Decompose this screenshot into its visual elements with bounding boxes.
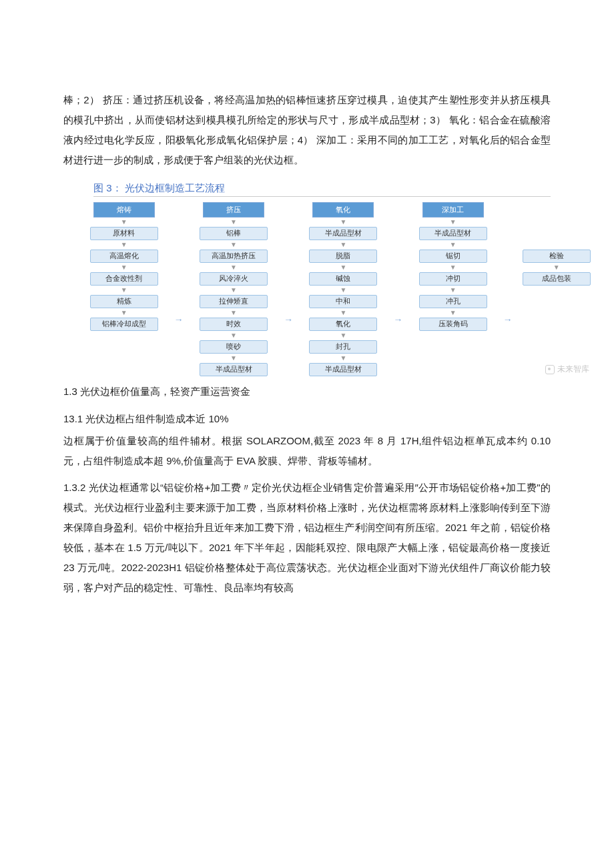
paragraph-1-3-1: 边框属于价值量较高的组件辅材。根据 SOLARZOOM,截至 2023 年 8 … xyxy=(63,431,551,471)
flow-step: 喷砂 xyxy=(200,340,268,354)
arrow-right-icon: → xyxy=(284,314,294,325)
watermark-text: 未来智库 xyxy=(557,364,589,375)
flow-step: 高温加热挤压 xyxy=(200,250,268,263)
arrow-down-icon: ▼ xyxy=(230,220,237,225)
flow-step: 半成品型材 xyxy=(200,363,268,376)
flow-step: 高温熔化 xyxy=(90,250,158,263)
flow-column: 挤压▼铝棒▼高温加热挤压▼风冷淬火▼拉伸矫直▼时效▼喷砂▼半成品型材 xyxy=(193,202,274,376)
intro-paragraph: 棒；2） 挤压：通过挤压机设备，将经高温加热的铝棒恒速挤压穿过模具，迫使其产生塑… xyxy=(63,90,551,170)
arrow-down-icon: ▼ xyxy=(230,333,237,338)
arrow-down-icon: ▼ xyxy=(553,265,560,270)
flow-step: 中和 xyxy=(309,295,377,308)
arrow-down-icon: ▼ xyxy=(230,242,237,248)
flow-step: 精炼 xyxy=(90,295,158,308)
flow-header: 挤压 xyxy=(203,202,264,218)
flow-step: 冲孔 xyxy=(419,295,487,308)
flow-column: 氧化▼半成品型材▼脱脂▼碱蚀▼中和▼氧化▼封孔▼半成品型材 xyxy=(303,202,384,376)
arrow-down-icon: ▼ xyxy=(450,242,456,248)
arrow-down-icon: ▼ xyxy=(450,220,456,225)
flow-step: 时效 xyxy=(200,318,268,331)
arrow-down-icon: ▼ xyxy=(230,288,237,293)
flow-step: 压装角码 xyxy=(419,318,487,331)
figure-caption: 图 3： 光伏边框制造工艺流程 xyxy=(93,182,551,197)
flow-step: 铝棒冷却成型 xyxy=(90,318,158,331)
arrow-right-icon: → xyxy=(503,314,513,325)
arrow-down-icon: ▼ xyxy=(121,265,127,270)
arrow-down-icon: ▼ xyxy=(340,265,346,270)
arrow-down-icon: ▼ xyxy=(121,242,127,248)
arrow-down-icon: ▼ xyxy=(230,265,237,270)
arrow-down-icon: ▼ xyxy=(230,310,237,316)
flow-step: 碱蚀 xyxy=(309,272,377,286)
flow-header: 氧化 xyxy=(312,202,374,218)
arrow-right-icon: → xyxy=(393,314,403,325)
section-1-3-1-title: 13.1 光伏边框占组件制造成本近 10% xyxy=(63,413,551,426)
paragraph-1-3-2: 1.3.2 光伏边框通常以“铝锭价格+加工费〃定价光伏边框企业销售定价普遍采用″… xyxy=(63,478,551,598)
section-1-3-title: 1.3 光伏边框价值量高，轻资产重运营资金 xyxy=(63,386,551,398)
flow-step: 铝棒 xyxy=(200,227,268,240)
flow-step: 冲切 xyxy=(419,272,487,286)
flow-column: 深加工▼半成品型材▼锯切▼冲切▼冲孔▼压装角码 xyxy=(412,202,493,331)
arrow-down-icon: ▼ xyxy=(121,310,127,316)
flowchart: 熔铸▼原材料▼高温熔化▼合金改性剂▼精炼▼铝棒冷却成型→挤压▼铝棒▼高温加热挤压… xyxy=(83,202,591,376)
flow-step: 检验 xyxy=(523,250,591,263)
arrow-down-icon: ▼ xyxy=(121,288,127,293)
flow-header: 熔铸 xyxy=(93,202,155,218)
arrow-down-icon: ▼ xyxy=(340,220,346,225)
flow-column: 熔铸▼原材料▼高温熔化▼合金改性剂▼精炼▼铝棒冷却成型 xyxy=(83,202,164,331)
arrow-down-icon: ▼ xyxy=(340,333,346,338)
flow-step: 拉伸矫直 xyxy=(200,295,268,308)
flow-step: 合金改性剂 xyxy=(90,272,158,286)
arrow-down-icon: ▼ xyxy=(340,242,346,248)
arrow-down-icon: ▼ xyxy=(121,220,127,225)
arrow-down-icon: ▼ xyxy=(230,356,237,361)
flow-step: 半成品型材 xyxy=(419,227,487,240)
arrow-down-icon: ▼ xyxy=(450,288,456,293)
flow-step: 氧化 xyxy=(309,318,377,331)
arrow-down-icon: ▼ xyxy=(450,265,456,270)
flow-column: 检验▼成品包装 xyxy=(522,202,591,286)
flow-step: 风冷淬火 xyxy=(200,272,268,286)
arrow-right-icon: → xyxy=(174,314,184,325)
arrow-down-icon: ▼ xyxy=(340,356,346,361)
flow-step: 成品包装 xyxy=(523,272,591,286)
wechat-icon xyxy=(545,365,555,374)
flow-step: 半成品型材 xyxy=(309,363,377,376)
flow-step: 原材料 xyxy=(90,227,158,240)
arrow-down-icon: ▼ xyxy=(340,310,346,316)
flow-header: 深加工 xyxy=(422,202,484,218)
flow-step: 锯切 xyxy=(419,250,487,263)
flow-step: 半成品型材 xyxy=(309,227,377,240)
watermark: 未来智库 xyxy=(545,364,589,375)
flow-step: 封孔 xyxy=(309,340,377,354)
arrow-down-icon: ▼ xyxy=(450,310,456,316)
arrow-down-icon: ▼ xyxy=(340,288,346,293)
flow-step: 脱脂 xyxy=(309,250,377,263)
